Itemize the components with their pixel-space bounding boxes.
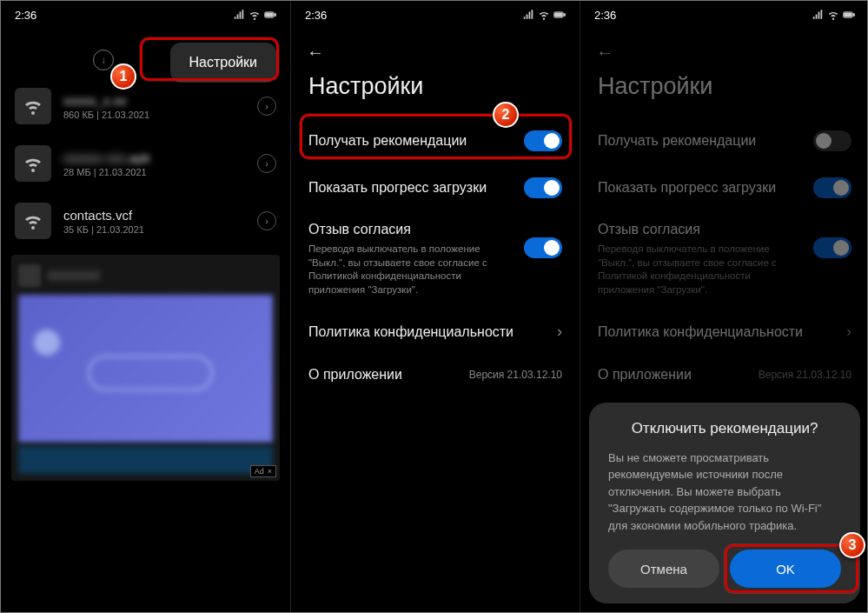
- wifi-icon: [248, 9, 261, 21]
- status-icons: [233, 9, 276, 21]
- dialog-title: Отключить рекомендации?: [608, 420, 841, 437]
- dialog-body: Вы не сможете просматривать рекомендуемы…: [608, 450, 841, 535]
- status-icons: [812, 9, 855, 21]
- file-name: xxxxxx xxx.apk: [63, 150, 245, 165]
- svg-rect-2: [275, 13, 276, 16]
- file-name: contacts.vcf: [63, 208, 245, 223]
- status-bar: 2:36: [1, 1, 290, 29]
- toggle-consent: [813, 237, 851, 258]
- file-row[interactable]: xxxxxx xxx.apk 28 МБ | 21.03.2021 ›: [1, 135, 290, 192]
- battery-icon: [553, 9, 566, 21]
- chevron-right-icon: ›: [846, 323, 851, 341]
- signal-icon: [812, 9, 824, 21]
- setting-label: Показать прогресс загрузки: [308, 180, 487, 196]
- wifi-file-icon: [15, 203, 51, 239]
- svg-rect-8: [853, 13, 855, 16]
- file-row[interactable]: contacts.vcf 35 КБ | 21.03.2021 ›: [1, 192, 290, 250]
- file-sub: 860 КБ | 21.03.2021: [63, 110, 245, 120]
- overflow-menu: Настройки: [170, 43, 276, 83]
- toggle-recommendations: [813, 130, 851, 151]
- setting-label: Отзыв согласия: [308, 222, 524, 237]
- setting-progress[interactable]: Показать прогресс загрузки: [291, 164, 580, 211]
- signal-icon: [233, 9, 245, 21]
- sort-icon-button[interactable]: ↓: [93, 50, 114, 70]
- menu-item-settings[interactable]: Настройки: [189, 55, 257, 70]
- ok-button[interactable]: OK: [730, 550, 841, 588]
- wifi-icon: [827, 9, 839, 21]
- version-label: Версия 21.03.12.10: [759, 369, 851, 381]
- version-label: Версия 21.03.12.10: [469, 369, 562, 381]
- battery-icon: [843, 9, 855, 21]
- open-chevron-icon[interactable]: ›: [257, 154, 276, 173]
- status-time: 2:36: [15, 9, 36, 22]
- setting-recommendations[interactable]: Получать рекомендации: [291, 117, 580, 164]
- setting-privacy: Политика конфиденциальности ›: [580, 310, 868, 354]
- setting-privacy[interactable]: Политика конфиденциальности ›: [291, 310, 580, 354]
- screen-downloads: 2:36 ↓ Настройки xxxxx_x.xx 860 КБ | 21.…: [1, 1, 290, 612]
- setting-progress: Показать прогресс загрузки: [580, 164, 868, 211]
- setting-about: О приложении Версия 21.03.12.10: [580, 354, 868, 396]
- back-button[interactable]: ←: [291, 29, 580, 68]
- back-button[interactable]: ←: [580, 29, 868, 68]
- wifi-file-icon: [15, 88, 51, 124]
- confirm-dialog: Отключить рекомендации? Вы не сможете пр…: [589, 403, 860, 604]
- setting-label: О приложении: [308, 367, 402, 383]
- setting-label: О приложении: [598, 367, 692, 383]
- setting-desc: Переводя выключатель в положение "Выкл."…: [308, 243, 524, 297]
- wifi-icon: [538, 9, 550, 21]
- open-chevron-icon[interactable]: ›: [257, 97, 276, 116]
- status-bar: 2:36: [291, 1, 580, 29]
- setting-label: Отзыв согласия: [598, 222, 813, 237]
- toggle-progress: [813, 177, 851, 198]
- setting-label: Показать прогресс загрузки: [598, 180, 776, 196]
- page-title: Настройки: [291, 68, 580, 117]
- setting-recommendations: Получать рекомендации: [580, 117, 868, 164]
- svg-rect-1: [266, 13, 274, 17]
- chevron-right-icon: ›: [557, 323, 562, 341]
- setting-label: Политика конфиденциальности: [598, 324, 803, 340]
- ad-label[interactable]: Ad×: [250, 465, 276, 477]
- file-sub: 35 КБ | 21.03.2021: [63, 224, 245, 235]
- setting-desc: Переводя выключатель в положение "Выкл."…: [598, 243, 813, 297]
- setting-label: Политика конфиденциальности: [308, 324, 514, 340]
- toggle-recommendations[interactable]: [524, 130, 562, 151]
- toggle-progress[interactable]: [524, 177, 562, 198]
- file-row[interactable]: xxxxx_x.xx 860 КБ | 21.03.2021 ›: [1, 77, 290, 135]
- status-time: 2:36: [594, 9, 616, 22]
- ad-card[interactable]: Ad×: [11, 255, 280, 481]
- status-icons: [522, 9, 566, 21]
- page-title: Настройки: [580, 68, 868, 117]
- file-name: xxxxx_x.xx: [63, 93, 245, 108]
- status-time: 2:36: [305, 9, 327, 22]
- status-bar: 2:36: [580, 1, 868, 29]
- wifi-file-icon: [15, 145, 51, 182]
- signal-icon: [522, 9, 534, 21]
- file-sub: 28 МБ | 21.03.2021: [63, 167, 245, 177]
- setting-label: Получать рекомендации: [308, 133, 467, 149]
- setting-label: Получать рекомендации: [598, 133, 756, 149]
- setting-consent: Отзыв согласия Переводя выключатель в по…: [580, 211, 868, 310]
- toggle-consent[interactable]: [524, 237, 562, 258]
- screen-settings-dialog: 2:36 ← Настройки Получать рекомендации П…: [580, 1, 868, 612]
- setting-about[interactable]: О приложении Версия 21.03.12.10: [291, 354, 580, 396]
- screen-settings: 2:36 ← Настройки Получать рекомендации П…: [290, 1, 580, 612]
- svg-rect-7: [845, 13, 852, 17]
- battery-icon: [264, 9, 276, 21]
- open-chevron-icon[interactable]: ›: [257, 211, 276, 230]
- cancel-button[interactable]: Отмена: [608, 550, 719, 588]
- svg-rect-4: [555, 13, 563, 17]
- setting-consent[interactable]: Отзыв согласия Переводя выключатель в по…: [291, 211, 580, 310]
- ad-close-icon[interactable]: ×: [268, 467, 272, 476]
- svg-rect-5: [564, 13, 566, 16]
